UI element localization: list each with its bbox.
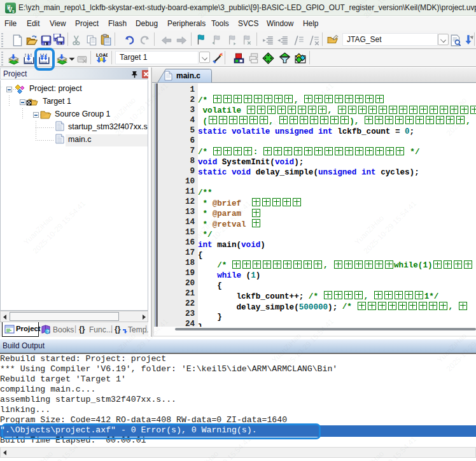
svg-text:LOAD: LOAD <box>96 52 108 58</box>
svg-text:s: s <box>12 9 15 13</box>
svg-text:?: ? <box>46 329 50 334</box>
